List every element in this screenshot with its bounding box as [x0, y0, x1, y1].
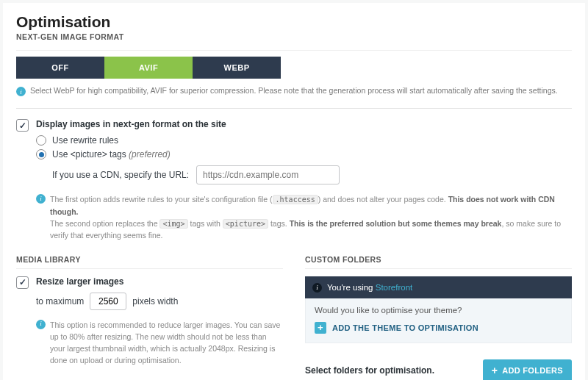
info-icon: i — [16, 87, 26, 96]
resize-title: Resize larger images — [36, 276, 283, 287]
radio-picture-label: Use <picture> tags (preferred) — [52, 149, 171, 159]
plus-icon: + — [492, 365, 498, 376]
display-title: Display images in next-gen format on the… — [36, 119, 572, 129]
divider — [16, 108, 572, 109]
resize-width-input[interactable] — [90, 293, 126, 310]
resize-px-width: pixels width — [132, 296, 178, 306]
radio-rewrite[interactable] — [36, 135, 46, 146]
divider — [16, 50, 572, 51]
radio-picture-row[interactable]: Use <picture> tags (preferred) — [36, 149, 572, 159]
add-theme-button[interactable]: + ADD THE THEME TO OPTIMISATION — [315, 322, 478, 334]
section-custom-folders: CUSTOM FOLDERS — [305, 255, 572, 269]
display-hint: The first option adds rewrite rules to y… — [50, 193, 572, 242]
banner-text: You're using Storefront — [327, 283, 412, 292]
resize-to-max: to maximum — [36, 296, 84, 306]
theme-question: Would you like to optimise your theme? — [315, 306, 562, 315]
tab-off[interactable]: OFF — [16, 57, 104, 79]
select-folders-label: Select folders for optimisation. — [305, 365, 434, 376]
format-hint: Select WebP for high compatibility, AVIF… — [30, 86, 558, 95]
radio-rewrite-label: Use rewrite rules — [52, 135, 118, 146]
page-title: Optimisation — [16, 13, 572, 31]
resize-hint: This option is recommended to reduce lar… — [50, 319, 283, 367]
tab-avif[interactable]: AVIF — [104, 57, 193, 79]
info-icon: i — [36, 194, 46, 204]
radio-rewrite-row[interactable]: Use rewrite rules — [36, 135, 572, 146]
tab-webp[interactable]: WEBP — [193, 57, 281, 79]
info-icon: i — [36, 320, 46, 329]
checkbox-display-nextgen[interactable] — [16, 119, 29, 132]
section-label-format: NEXT-GEN IMAGE FORMAT — [16, 32, 572, 41]
add-folders-button[interactable]: + ADD FOLDERS — [483, 359, 572, 380]
radio-picture[interactable] — [36, 149, 46, 159]
theme-banner: i You're using Storefront — [305, 276, 572, 298]
cdn-label: If you use a CDN, specify the URL: — [52, 170, 189, 180]
format-segmented: OFF AVIF WEBP — [16, 57, 572, 79]
checkbox-resize[interactable] — [16, 276, 29, 289]
plus-icon: + — [315, 322, 326, 334]
info-icon: i — [312, 283, 322, 293]
section-media-library: MEDIA LIBRARY — [16, 255, 283, 269]
cdn-url-input[interactable] — [196, 165, 340, 184]
